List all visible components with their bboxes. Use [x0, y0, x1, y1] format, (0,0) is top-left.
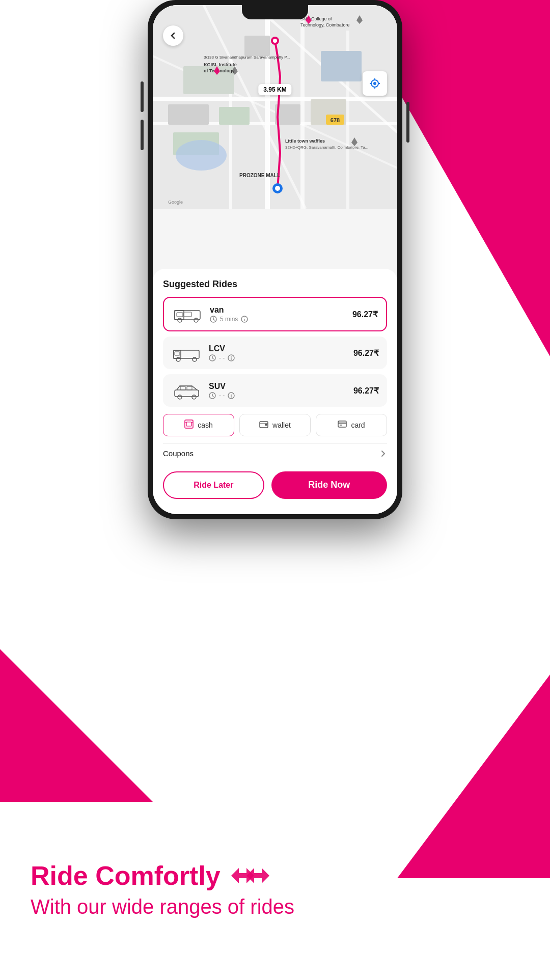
van-price: 96.27₹: [352, 310, 378, 319]
svg-point-49: [194, 318, 198, 322]
svg-point-58: [193, 357, 197, 361]
van-details: van 5 mins i: [210, 305, 352, 323]
info-icon-van: i: [241, 316, 248, 323]
card-label: card: [351, 421, 365, 429]
svg-point-66: [192, 395, 196, 399]
location-icon: [369, 77, 381, 90]
svg-text:Google: Google: [168, 200, 183, 205]
cash-icon: [184, 419, 194, 431]
wallet-label: wallet: [272, 421, 291, 429]
suv-meta: - - i: [209, 392, 353, 399]
ride-option-van[interactable]: van 5 mins i 96.27₹: [163, 297, 387, 331]
phone-notch: [242, 5, 308, 19]
timer-icon: [210, 316, 217, 323]
ride-option-suv[interactable]: SUV - - i 96.27₹: [163, 374, 387, 407]
lcv-meta: - - i: [209, 354, 353, 361]
payment-methods: cash wallet card: [163, 414, 387, 436]
svg-rect-63: [180, 386, 185, 390]
lcv-name: LCV: [209, 344, 353, 353]
suv-price: 96.27₹: [353, 386, 379, 396]
ride-later-button[interactable]: Ride Later: [163, 471, 264, 499]
svg-rect-15: [321, 51, 362, 81]
svg-rect-56: [175, 352, 180, 355]
svg-text:32H2+QRG, Saravanamatti, Coimb: 32H2+QRG, Saravanamatti, Coimbatore, Ta.…: [285, 145, 368, 150]
action-buttons: Ride Later Ride Now: [163, 471, 387, 499]
svg-text:i: i: [231, 394, 232, 399]
svg-rect-76: [338, 421, 346, 427]
payment-cash[interactable]: cash: [163, 414, 234, 436]
svg-text:3/133 G Sivanandhapuram Sarava: 3/133 G Sivanandhapuram Saravanampatty P…: [204, 55, 290, 60]
svg-point-20: [273, 39, 277, 43]
coupons-label: Coupons: [163, 449, 194, 458]
tagline-sub: With our wide ranges of rides: [31, 894, 294, 919]
svg-text:KGISL Institute: KGISL Institute: [204, 62, 237, 67]
payment-card[interactable]: card: [316, 414, 387, 436]
svg-rect-47: [177, 313, 183, 317]
suv-name: SUV: [209, 382, 353, 391]
card-icon: [338, 419, 347, 431]
lcv-details: LCV - - i: [209, 344, 353, 361]
lcv-icon: [171, 343, 202, 363]
svg-rect-70: [185, 420, 193, 428]
svg-rect-4: [300, 5, 305, 209]
svg-point-18: [176, 140, 227, 171]
back-button[interactable]: [163, 25, 183, 46]
info-icon-lcv: i: [228, 354, 235, 361]
tagline-arrows: [229, 863, 274, 888]
svg-text:SNS College of: SNS College of: [300, 16, 332, 21]
bg-decoration-bottom: [397, 675, 550, 878]
svg-rect-75: [265, 424, 267, 426]
phone-screen: 678 SNS College of Technology, Coimbator…: [153, 5, 397, 514]
svg-rect-64: [187, 386, 192, 390]
info-icon-suv: i: [228, 392, 235, 399]
svg-rect-17: [244, 36, 270, 56]
van-name: van: [210, 305, 352, 315]
svg-text:Technology, Coimbatore: Technology, Coimbatore: [300, 22, 349, 27]
lcv-time: - -: [219, 354, 225, 361]
ride-now-button[interactable]: Ride Now: [271, 471, 387, 499]
distance-label: 3.95 KM: [263, 86, 286, 93]
volume-up-button: [141, 81, 144, 112]
timer-icon-suv: [209, 392, 216, 399]
coupons-row[interactable]: Coupons: [163, 443, 387, 463]
phone-outer-frame: 678 SNS College of Technology, Coimbator…: [148, 0, 402, 519]
tagline-main: Ride Comfortly: [31, 861, 294, 890]
map-area: 678 SNS College of Technology, Coimbator…: [153, 5, 397, 209]
back-icon: [169, 32, 177, 40]
svg-text:i: i: [244, 317, 245, 322]
location-button[interactable]: [363, 71, 387, 96]
phone-mockup: 678 SNS College of Technology, Coimbator…: [148, 0, 402, 519]
van-meta: 5 mins i: [210, 316, 352, 323]
van-icon: [172, 304, 203, 324]
suv-details: SUV - - i: [209, 382, 353, 399]
svg-point-65: [178, 395, 182, 399]
svg-point-57: [176, 357, 180, 361]
svg-text:PROZONE MALL: PROZONE MALL: [239, 173, 280, 178]
svg-rect-71: [186, 422, 191, 426]
tagline-main-text: Ride Comfortly: [31, 861, 221, 890]
suv-icon: [171, 380, 202, 401]
svg-point-22: [275, 186, 280, 191]
timer-icon-lcv: [209, 354, 216, 361]
suv-time: - -: [219, 392, 225, 399]
van-time: 5 mins: [220, 316, 238, 323]
chevron-right-icon: [379, 450, 387, 458]
ride-option-lcv[interactable]: LCV - - i 96.27₹: [163, 337, 387, 369]
tagline-section: Ride Comfortly With our wide ranges of r…: [31, 861, 294, 919]
bg-decoration-left: [0, 649, 153, 802]
lcv-price: 96.27₹: [353, 348, 379, 358]
svg-point-48: [178, 318, 182, 322]
bottom-sheet: Suggested Rides: [153, 269, 397, 514]
svg-text:Little town waffles: Little town waffles: [285, 138, 325, 144]
cash-label: cash: [198, 421, 213, 429]
svg-point-39: [373, 82, 376, 85]
section-title: Suggested Rides: [163, 279, 387, 290]
volume-down-button: [141, 120, 144, 150]
distance-badge: 3.95 KM: [258, 84, 291, 95]
svg-text:678: 678: [331, 117, 340, 123]
payment-wallet[interactable]: wallet: [239, 414, 311, 436]
svg-text:i: i: [231, 356, 232, 361]
svg-rect-50: [184, 312, 191, 317]
arrows-icon: [229, 863, 274, 888]
map-svg: 678 SNS College of Technology, Coimbator…: [153, 5, 397, 209]
